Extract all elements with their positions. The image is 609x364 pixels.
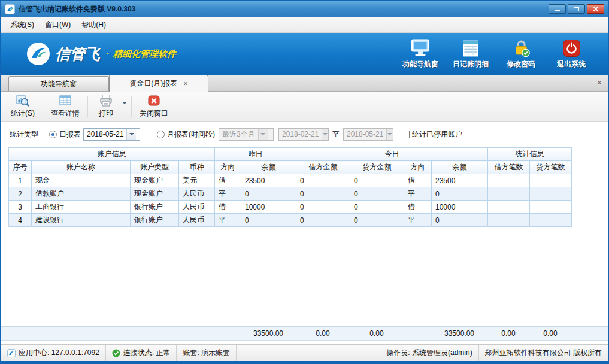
column-header[interactable]: 账户名称 [32,161,131,174]
summary-cell [31,327,130,340]
close-window-button[interactable]: 关闭窗口 [134,93,174,120]
tab-nav-window[interactable]: 功能导航窗 [8,76,109,91]
table-cell: 现金账户 [131,174,179,187]
account-set-status: 账套: 演示账套 [177,345,237,361]
table-row[interactable]: 2借款账户现金账户人民币平000平0 [9,187,572,201]
table-cell: 0 [296,214,350,227]
table-cell [488,214,530,227]
table-cell: 0 [241,187,296,201]
close-icon [593,6,599,12]
column-header[interactable]: 方向 [215,161,241,174]
menu-help[interactable]: 帮助(H) [76,17,111,32]
summary-cell [130,327,178,340]
range-start-select[interactable]: 2018-02-21 [278,128,329,141]
print-button[interactable]: 打印 [90,93,122,120]
tool-label: 统计(S) [11,108,35,119]
banner-action-label: 日记账明细 [453,59,489,69]
column-header[interactable]: 账户类型 [131,161,179,174]
journal-detail-button[interactable]: 日记账明细 [449,38,493,69]
column-header[interactable]: 贷方笔数 [530,161,572,174]
tabstrip-close-icon[interactable]: × [597,78,602,87]
print-split-button: 打印 [90,93,129,120]
brand-logo-icon [26,42,50,66]
column-header[interactable]: 借方金额 [296,161,350,174]
table-cell [530,174,572,187]
column-header[interactable]: 借方笔数 [488,161,530,174]
toolbar-divider [87,96,88,117]
menu-window[interactable]: 窗口(W) [40,17,76,32]
close-button[interactable] [587,4,604,14]
maximize-button[interactable] [568,4,585,14]
table-row[interactable]: 4建设银行银行账户人民币平000平0 [9,214,572,227]
column-header[interactable]: 序号 [9,161,32,174]
app-logo-icon [5,4,15,14]
range-end-select[interactable]: 2018-05-21 [343,128,393,141]
table-cell: 0 [296,174,350,187]
statistics-button[interactable]: 统计(S) [5,93,41,120]
summary-cell-credit-amount: 0.00 [350,327,404,340]
table-cell: 银行账户 [131,214,179,227]
column-header[interactable]: 余额 [241,161,296,174]
menu-system[interactable]: 系统(S) [5,17,40,32]
view-detail-button[interactable]: 查看详情 [45,93,86,120]
table-cell: 银行账户 [131,201,179,214]
daily-date-value: 2018-05-21 [84,130,126,138]
tab-close-icon[interactable]: × [183,80,188,87]
copyright-status: 郑州亚拓软件科技有限公司 版权所有 [478,345,608,361]
toolbar-divider [131,96,132,117]
brand-logo: 信管飞 · 精细化管理软件 [26,42,176,66]
column-header[interactable]: 币种 [179,161,215,174]
table-cell: 平 [215,214,241,227]
table-cell: 3 [9,201,32,214]
table-cell: 借 [404,174,432,187]
table-cell: 平 [215,187,241,201]
inactive-accounts-label: 统计已停用账户 [412,129,462,139]
tab-label: 资金日(月)报表 [129,78,177,89]
table-body: 1现金现金账户美元借2350000借235002借款账户现金账户人民币平000平… [9,174,572,227]
summary-cell-debit-count: 0.00 [487,327,529,340]
table-cell [488,187,530,201]
detail-table-icon [59,94,72,107]
tool-label: 关闭窗口 [140,108,168,119]
stat-type-label: 统计类型 [10,129,38,139]
nav-window-button[interactable]: 功能导航窗 [398,38,443,69]
power-icon [562,38,581,57]
summary-cell [404,327,431,340]
table-cell: 23500 [241,174,296,187]
column-header[interactable]: 方向 [404,161,432,174]
print-dropdown-arrow[interactable] [122,93,129,120]
brand-slogan: 精细化管理软件 [113,48,176,60]
exit-system-button[interactable]: 退出系统 [549,38,593,69]
range-start-value: 2018-02-21 [279,130,322,138]
inactive-accounts-checkbox[interactable] [402,131,410,138]
brand-separator: · [106,48,110,60]
table-cell [488,174,530,187]
summary-cell-debit-amount: 0.00 [296,327,350,340]
table-cell: 平 [404,214,432,227]
chevron-down-icon [386,129,393,140]
group-header-stats: 统计信息 [488,148,572,161]
calendar-dropdown-icon[interactable] [126,129,136,140]
change-password-button[interactable]: 修改密码 [499,38,543,69]
menu-bar: 系统(S) 窗口(W) 帮助(H) [1,17,608,33]
table-cell: 0 [241,214,296,227]
summary-row: 33500.00 0.00 0.00 33500.00 0.00 0.00 [1,326,608,341]
daily-report-radio[interactable] [49,131,57,138]
table-cell: 0 [350,214,404,227]
tab-fund-daily-report[interactable]: 资金日(月)报表 × [109,75,208,92]
daily-date-select[interactable]: 2018-05-21 [83,128,140,141]
range-end-value: 2018-05-21 [344,130,386,138]
column-header[interactable]: 贷方金额 [350,161,404,174]
group-header-today: 今日 [296,148,488,161]
summary-cell [214,327,241,340]
table-row[interactable]: 1现金现金账户美元借2350000借23500 [9,174,572,187]
banner-action-label: 功能导航窗 [402,59,438,69]
range-preset-select[interactable]: 最近3个月 [219,128,274,141]
minimize-button[interactable] [549,4,566,14]
column-header[interactable]: 余额 [432,161,488,174]
monthly-report-radio[interactable] [157,131,165,138]
lock-check-icon [512,38,531,57]
table-row[interactable]: 3工商银行银行账户人民币借1000000借10000 [9,201,572,214]
table-cell: 10000 [241,201,296,214]
operator-text: 操作员: 系统管理员(admin) [386,348,472,358]
